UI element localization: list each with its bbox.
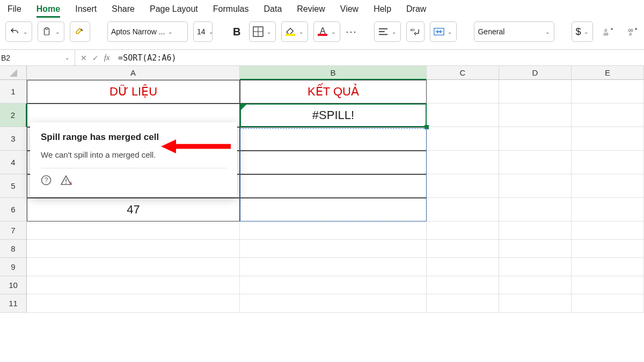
col-header-e[interactable]: E (572, 66, 644, 80)
format-painter-button[interactable] (70, 21, 90, 42)
row-header-7[interactable]: 7 (0, 221, 27, 240)
font-size-select[interactable]: 14 ⌄ (193, 21, 213, 42)
cell-b4[interactable] (240, 151, 427, 174)
increase-decimal-button[interactable]: .0.00 (598, 21, 618, 42)
col-header-c[interactable]: C (427, 66, 499, 80)
row-header-9[interactable]: 9 (0, 258, 27, 276)
font-name-select[interactable]: Aptos Narrow ... ⌄ (107, 21, 188, 42)
menu-data[interactable]: Data (264, 4, 282, 14)
wrap-text-button[interactable]: ab (406, 21, 425, 42)
cell-d5[interactable] (499, 174, 572, 198)
clipboard-icon[interactable] (41, 26, 52, 37)
cell-c10[interactable] (427, 276, 499, 294)
menu-review[interactable]: Review (297, 4, 325, 14)
row-header-5[interactable]: 5 (0, 174, 27, 198)
cell-c3[interactable] (427, 127, 499, 151)
cell-d11[interactable] (499, 294, 572, 313)
cell-b3[interactable] (240, 127, 427, 151)
cell-e11[interactable] (572, 294, 644, 313)
more-formatting-button[interactable]: ··· (346, 26, 357, 38)
cell-e6[interactable] (572, 198, 644, 221)
decrease-decimal-button[interactable]: .00.0 (623, 21, 642, 42)
cell-e9[interactable] (572, 258, 644, 276)
error-check-icon[interactable]: x (60, 175, 72, 188)
cell-d4[interactable] (499, 151, 572, 174)
cell-c4[interactable] (427, 151, 499, 174)
row-header-2[interactable]: 2 (0, 104, 27, 127)
cell-d8[interactable] (499, 240, 572, 258)
cell-b1[interactable]: KẾT QUẢ (240, 80, 427, 104)
cancel-formula-button[interactable]: ✕ (80, 54, 87, 62)
cell-b10[interactable] (240, 276, 427, 294)
cell-e3[interactable] (572, 127, 644, 151)
menu-file[interactable]: File (8, 4, 21, 14)
currency-button[interactable]: $ ⌄ (572, 21, 593, 42)
cell-d10[interactable] (499, 276, 572, 294)
undo-icon[interactable] (9, 26, 20, 37)
cell-a11[interactable] (27, 294, 240, 313)
cell-e10[interactable] (572, 276, 644, 294)
cell-e5[interactable] (572, 174, 644, 198)
selection-handle[interactable] (425, 125, 429, 129)
row-header-10[interactable]: 10 (0, 276, 27, 294)
menu-formulas[interactable]: Formulas (213, 4, 249, 14)
cell-d6[interactable] (499, 198, 572, 221)
cell-a10[interactable] (27, 276, 240, 294)
cell-a6[interactable]: 47 (27, 198, 240, 221)
col-header-b[interactable]: B (240, 66, 427, 80)
cell-e8[interactable] (572, 240, 644, 258)
cell-c1[interactable] (427, 80, 499, 104)
cell-b7[interactable] (240, 221, 427, 240)
bold-button[interactable]: B (230, 21, 244, 42)
menu-pagelayout[interactable]: Page Layout (150, 4, 198, 14)
font-color-button[interactable]: A ⌄ (313, 21, 340, 42)
align-button[interactable]: ⌄ (374, 21, 401, 42)
fx-icon[interactable]: fx (104, 54, 113, 62)
cell-c6[interactable] (427, 198, 499, 221)
cell-b6[interactable] (240, 198, 427, 221)
row-header-4[interactable]: 4 (0, 151, 27, 174)
row-header-8[interactable]: 8 (0, 240, 27, 258)
cell-c2[interactable] (427, 104, 499, 127)
cell-e7[interactable] (572, 221, 644, 240)
number-format-select[interactable]: General ⌄ (474, 21, 554, 42)
menu-home[interactable]: Home (36, 4, 60, 14)
cell-b2[interactable]: #SPILL! (240, 104, 427, 127)
cell-c8[interactable] (427, 240, 499, 258)
cell-d3[interactable] (499, 127, 572, 151)
col-header-a[interactable]: A (27, 66, 240, 80)
menu-share[interactable]: Share (112, 4, 135, 14)
name-box[interactable]: B2 ⌄ (0, 50, 75, 65)
cell-a1[interactable]: DỮ LIỆU (27, 80, 240, 104)
cell-e4[interactable] (572, 151, 644, 174)
menu-view[interactable]: View (340, 4, 358, 14)
cell-b8[interactable] (240, 240, 427, 258)
row-header-3[interactable]: 3 (0, 127, 27, 151)
cell-e2[interactable] (572, 104, 644, 127)
select-all-corner[interactable] (0, 66, 27, 80)
cell-a7[interactable] (27, 221, 240, 240)
menu-help[interactable]: Help (374, 4, 391, 14)
fill-color-button[interactable]: ⌄ (281, 21, 308, 42)
cell-d1[interactable] (499, 80, 572, 104)
cell-a8[interactable] (27, 240, 240, 258)
cell-c11[interactable] (427, 294, 499, 313)
cell-a9[interactable] (27, 258, 240, 276)
row-header-6[interactable]: 6 (0, 198, 27, 221)
cell-b11[interactable] (240, 294, 427, 313)
menu-insert[interactable]: Insert (75, 4, 97, 14)
help-icon[interactable]: ? (41, 175, 52, 188)
col-header-d[interactable]: D (499, 66, 572, 80)
paste-dropdown[interactable]: ⌄ (54, 29, 61, 35)
cell-d2[interactable] (499, 104, 572, 127)
accept-formula-button[interactable]: ✓ (92, 54, 99, 62)
undo-dropdown[interactable]: ⌄ (22, 29, 28, 35)
row-header-1[interactable]: 1 (0, 80, 27, 104)
row-header-11[interactable]: 11 (0, 294, 27, 313)
cell-b9[interactable] (240, 258, 427, 276)
menu-draw[interactable]: Draw (406, 4, 426, 14)
cell-c5[interactable] (427, 174, 499, 198)
formula-input[interactable]: =SORT(A2:A6) (118, 53, 176, 63)
cell-d9[interactable] (499, 258, 572, 276)
merge-button[interactable]: ⌄ (430, 21, 457, 42)
